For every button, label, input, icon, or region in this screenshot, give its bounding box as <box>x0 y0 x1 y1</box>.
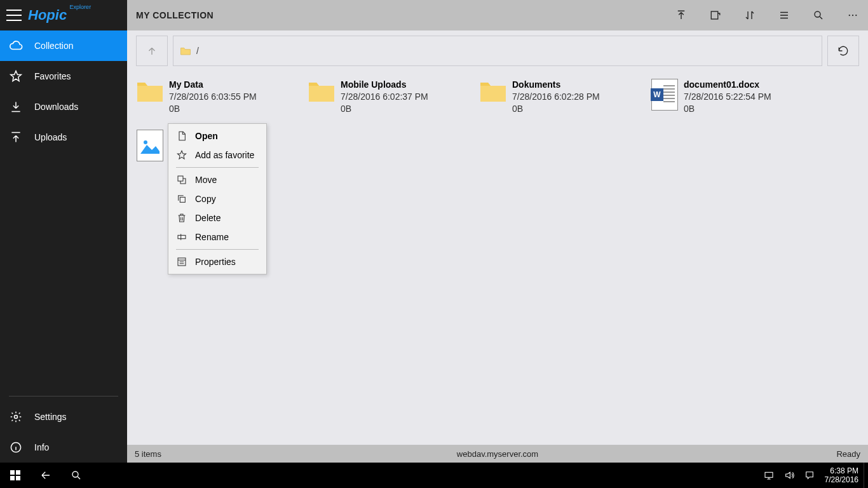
start-button[interactable] <box>0 463 31 488</box>
item-size: 0B <box>512 103 600 115</box>
ctx-move[interactable]: Move <box>168 170 266 189</box>
item-date: 7/28/2016 6:02:37 PM <box>341 91 428 103</box>
item-date: 7/28/2016 5:22:54 PM <box>684 91 771 103</box>
sidebar-item-label: Uploads <box>34 132 67 142</box>
taskbar-date: 7/28/2016 <box>825 475 858 484</box>
star-icon <box>9 69 23 83</box>
ctx-label: Move <box>195 175 217 185</box>
svg-point-3 <box>849 15 850 16</box>
item-date: 7/28/2016 6:03:55 PM <box>169 91 257 103</box>
item-date: 7/28/2016 6:02:28 PM <box>512 91 600 103</box>
ctx-rename[interactable]: Rename <box>168 227 266 247</box>
svg-point-16 <box>72 471 78 477</box>
taskbar-clock[interactable]: 6:38 PM 7/28/2016 <box>820 466 864 485</box>
item-size: 0B <box>684 103 771 115</box>
search-button[interactable] <box>803 0 834 30</box>
cloud-icon <box>9 39 23 53</box>
ctx-properties[interactable]: Properties <box>168 252 266 271</box>
svg-point-4 <box>852 15 853 16</box>
status-count: 5 items <box>135 449 161 459</box>
ctx-label: Open <box>195 131 218 141</box>
file-item[interactable]: Dokuments 7/28/2016 6:02:28 PM 0B <box>479 76 651 127</box>
svg-rect-15 <box>16 476 20 480</box>
sidebar-item-collection[interactable]: Collection <box>0 30 127 61</box>
svg-point-7 <box>144 140 147 144</box>
sort-button[interactable] <box>735 0 765 30</box>
back-button[interactable] <box>31 463 61 488</box>
gear-icon <box>9 410 23 424</box>
svg-rect-9 <box>180 197 185 202</box>
sidebar-item-label: Settings <box>34 412 67 422</box>
sidebar-item-uploads[interactable]: Uploads <box>0 122 127 152</box>
ctx-label: Copy <box>195 194 216 204</box>
menu-button[interactable] <box>6 10 22 21</box>
search-taskbar-button[interactable] <box>61 463 92 488</box>
svg-point-5 <box>855 15 857 16</box>
ctx-favorite[interactable]: Add as favorite <box>168 146 266 165</box>
file-item[interactable]: W document01.docx 7/28/2016 5:22:54 PM 0… <box>651 76 822 127</box>
svg-rect-17 <box>765 472 773 477</box>
tray-volume-icon[interactable] <box>779 463 799 488</box>
status-host: webdav.myserver.com <box>457 449 538 459</box>
folder-icon <box>479 79 507 107</box>
ctx-delete[interactable]: Delete <box>168 208 266 227</box>
download-icon <box>9 100 23 114</box>
breadcrumb-path: / <box>196 46 199 56</box>
svg-rect-10 <box>178 235 186 238</box>
sidebar-item-info[interactable]: Info <box>0 432 127 463</box>
page-title: MY COLLECTION <box>136 10 214 20</box>
file-item[interactable]: Mobile Uploads 7/28/2016 6:02:37 PM 0B <box>308 76 479 127</box>
show-desktop-button[interactable] <box>864 463 868 488</box>
view-button[interactable] <box>769 0 799 30</box>
item-name: My Data <box>169 79 257 91</box>
svg-rect-1 <box>711 11 718 19</box>
breadcrumb[interactable]: / <box>173 36 822 66</box>
upload-icon <box>9 130 23 144</box>
svg-rect-13 <box>16 470 20 475</box>
sidebar-item-favorites[interactable]: Favorites <box>0 61 127 92</box>
up-button[interactable] <box>136 36 168 66</box>
file-item[interactable]: My Data 7/28/2016 6:03:55 PM 0B <box>136 76 308 127</box>
tray-action-center-icon[interactable] <box>799 463 820 488</box>
ctx-label: Properties <box>195 257 236 267</box>
ctx-open[interactable]: Open <box>168 126 266 146</box>
new-folder-button[interactable] <box>700 0 731 30</box>
ctx-label: Delete <box>195 213 220 223</box>
svg-rect-14 <box>10 476 15 480</box>
item-name: Mobile Uploads <box>341 79 428 91</box>
sidebar-item-label: Downloads <box>34 102 78 112</box>
more-button[interactable] <box>837 0 868 30</box>
app-logo: Hopic Explorer <box>28 8 67 22</box>
ctx-label: Rename <box>195 232 229 242</box>
star-icon <box>176 149 187 161</box>
svg-point-2 <box>815 11 820 17</box>
refresh-button[interactable] <box>827 36 859 66</box>
sidebar-item-label: Favorites <box>34 71 71 81</box>
svg-point-0 <box>15 416 18 419</box>
item-size: 0B <box>169 103 257 115</box>
sidebar: Hopic Explorer Collection Favorites <box>0 0 127 463</box>
svg-rect-12 <box>10 470 15 475</box>
item-size: 0B <box>341 103 428 115</box>
sidebar-item-label: Collection <box>34 41 73 51</box>
content-area: My Data 7/28/2016 6:03:55 PM 0B Mobile U… <box>127 71 868 445</box>
move-icon <box>176 174 187 186</box>
statusbar: 5 items webdav.myserver.com Ready <box>127 445 868 463</box>
status-state: Ready <box>836 449 860 459</box>
upload-button[interactable] <box>666 0 696 30</box>
copy-icon <box>176 193 187 205</box>
ctx-copy[interactable]: Copy <box>168 189 266 208</box>
main: MY COLLECTION <box>127 0 868 463</box>
properties-icon <box>176 256 187 268</box>
app-name: Hopic <box>28 7 67 23</box>
app-tag: Explorer <box>70 4 92 10</box>
tray-network-icon[interactable] <box>759 463 779 488</box>
sidebar-item-settings[interactable]: Settings <box>0 402 127 432</box>
sidebar-item-downloads[interactable]: Downloads <box>0 92 127 122</box>
info-icon <box>9 440 23 454</box>
word-doc-icon: W <box>651 79 679 107</box>
item-name: document01.docx <box>684 79 771 91</box>
folder-icon <box>180 46 191 56</box>
item-name: Dokuments <box>512 79 600 91</box>
open-icon <box>176 130 187 142</box>
